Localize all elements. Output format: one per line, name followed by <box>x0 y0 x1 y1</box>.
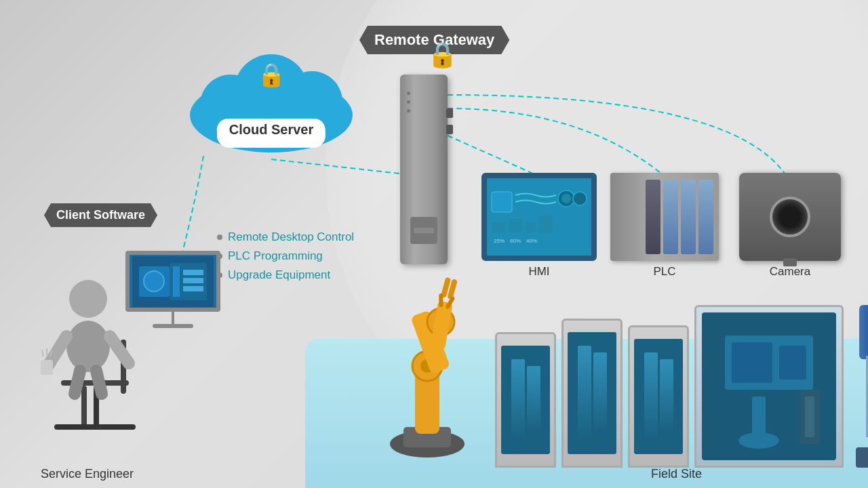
svg-point-61 <box>738 432 779 449</box>
machine-1-col-1 <box>511 359 525 441</box>
machine-1-col-2 <box>527 366 540 434</box>
camera-lens <box>770 197 810 237</box>
svg-rect-32 <box>492 192 512 212</box>
svg-rect-28 <box>183 270 203 275</box>
svg-point-34 <box>561 194 571 203</box>
monitor-base <box>153 324 193 328</box>
machine-4 <box>694 305 844 468</box>
feature-text-1: Remote Desktop Control <box>228 230 354 244</box>
machine-5-base <box>856 447 868 468</box>
feature-item-3: Upgrade Equipment <box>217 268 354 282</box>
monitor-screen <box>125 251 220 312</box>
robot-arm-area <box>359 271 495 461</box>
camera-label: Camera <box>739 265 841 279</box>
feature-list: Remote Desktop Control PLC Programming U… <box>217 230 354 287</box>
machine-4-display <box>705 315 833 458</box>
svg-point-13 <box>69 280 107 318</box>
machine-3-window <box>634 339 683 454</box>
camera-container: Camera <box>739 173 841 279</box>
cloud-lock-icon: 🔒 <box>257 61 285 88</box>
hmi-display: 25% 60% 40% <box>488 178 590 256</box>
svg-rect-8 <box>81 386 87 426</box>
svg-text:40%: 40% <box>526 238 537 244</box>
svg-rect-10 <box>54 424 136 430</box>
feature-text-3: Upgrade Equipment <box>228 268 330 282</box>
hmi-screen: 25% 60% 40% <box>481 173 597 261</box>
machine-5 <box>849 305 868 468</box>
plc-body <box>610 173 719 261</box>
svg-rect-54 <box>439 293 443 307</box>
plc-module-2 <box>663 180 678 254</box>
svg-rect-29 <box>183 278 203 283</box>
cloud-server-label: Cloud Server <box>217 119 326 141</box>
svg-rect-19 <box>41 360 53 375</box>
machine-1 <box>495 332 556 468</box>
field-site-label: Field Site <box>651 467 702 481</box>
svg-rect-58 <box>732 342 772 383</box>
plc-container: PLC <box>610 173 719 279</box>
gateway-dot-1 <box>407 92 410 95</box>
gateway-connector-1 <box>446 108 453 118</box>
plc-label: PLC <box>610 265 719 279</box>
monitor-stand <box>172 312 174 324</box>
gateway-body <box>400 75 448 264</box>
machine-1-window <box>501 346 550 454</box>
plc-module-3 <box>681 180 696 254</box>
machine-2-window <box>568 332 616 454</box>
machine-3-col-1 <box>644 352 658 441</box>
robot-arm-svg <box>359 271 495 461</box>
svg-line-17 <box>75 371 80 394</box>
svg-rect-37 <box>509 219 522 232</box>
feature-item-2: PLC Programming <box>217 249 354 263</box>
svg-point-35 <box>573 192 587 205</box>
hmi-container: 25% 60% 40% HMI <box>481 173 597 279</box>
svg-rect-27 <box>173 266 180 297</box>
remote-gateway-device: 🔒 <box>400 75 448 278</box>
svg-point-25 <box>144 271 164 291</box>
svg-line-18 <box>96 371 102 394</box>
svg-line-16 <box>110 336 129 363</box>
svg-rect-30 <box>183 286 203 291</box>
machine-2 <box>561 319 623 468</box>
svg-text:25%: 25% <box>494 238 505 244</box>
cloud-server-container: 🔒 Cloud Server <box>176 47 366 156</box>
industrial-machines-area <box>495 305 868 468</box>
gateway-lock-icon: 🔒 <box>427 41 458 69</box>
machine-3-col-2 <box>660 359 673 434</box>
svg-rect-60 <box>752 396 766 437</box>
machine-4-window <box>702 312 836 460</box>
client-software-badge: Client Software <box>44 203 157 227</box>
feature-item-1: Remote Desktop Control <box>217 230 354 244</box>
gateway-connector-2 <box>446 125 453 134</box>
feature-text-2: PLC Programming <box>228 249 323 263</box>
gateway-dot-2 <box>407 100 410 104</box>
svg-text:60%: 60% <box>510 238 521 244</box>
plc-module-4 <box>698 180 713 254</box>
feature-dot-1 <box>217 235 222 240</box>
svg-rect-39 <box>539 216 553 232</box>
machine-3 <box>628 325 689 468</box>
hmi-label: HMI <box>481 265 597 279</box>
svg-rect-63 <box>805 396 814 437</box>
client-software-label: Client Software <box>56 208 145 222</box>
machine-2-col-1 <box>578 346 591 441</box>
gateway-dot-3 <box>407 109 410 113</box>
service-engineer-label: Service Engineer <box>41 467 134 481</box>
svg-rect-59 <box>779 346 806 380</box>
svg-point-14 <box>66 321 110 372</box>
svg-rect-36 <box>492 222 505 232</box>
svg-line-20 <box>42 350 43 357</box>
svg-rect-38 <box>526 222 536 232</box>
camera-mount <box>783 258 797 266</box>
machine-5-top <box>859 305 868 359</box>
plc-module-1 <box>646 180 660 254</box>
client-monitor <box>115 251 231 332</box>
monitor-content <box>132 256 214 307</box>
gateway-indicator <box>414 228 434 233</box>
machine-2-col-2 <box>593 352 607 434</box>
camera-body <box>739 173 841 261</box>
